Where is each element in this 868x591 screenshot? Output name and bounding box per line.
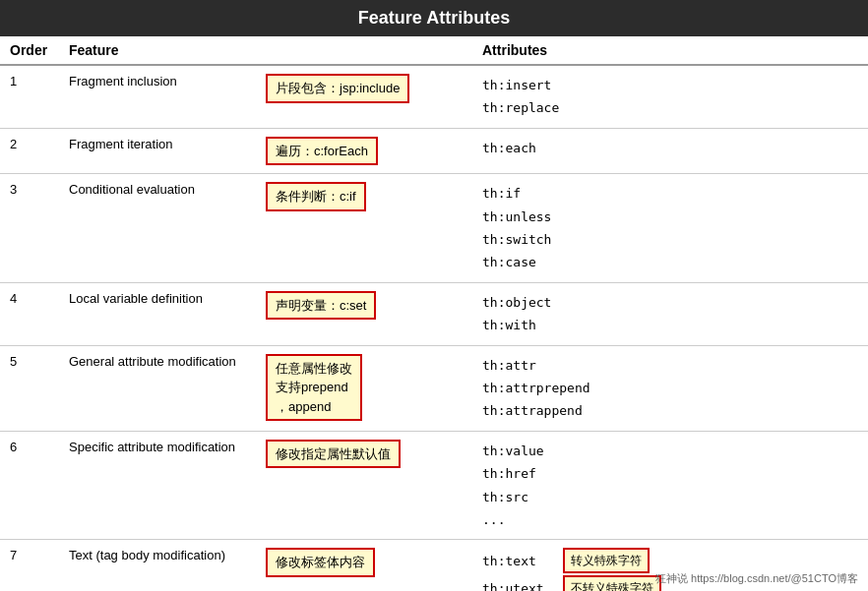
cell-feature: General attribute modification <box>59 345 256 431</box>
attr-value: th:insert <box>482 74 858 96</box>
header-attributes: Attributes <box>472 36 868 65</box>
attr-value: th:attrappend <box>482 399 858 422</box>
attr-value: th:switch <box>482 228 858 251</box>
table-row: 5General attribute modification任意属性修改 支持… <box>0 345 868 431</box>
highlight-box: 任意属性修改 支持prepend ，append <box>266 354 362 422</box>
highlight-box: 修改指定属性默认值 <box>266 440 401 469</box>
watermark: 狂神说 https://blog.csdn.net/@51CTO博客 <box>655 571 858 586</box>
attr-value: th:if <box>482 182 858 205</box>
cell-order: 7 <box>0 540 59 591</box>
cell-feature: Local variable definition <box>59 282 256 345</box>
header-highlight <box>256 36 472 65</box>
table-row: 3Conditional evaluation条件判断：c:ifth:ifth:… <box>0 174 868 283</box>
cell-order: 2 <box>0 128 59 174</box>
feature-attributes-table: Order Feature Attributes 1Fragment inclu… <box>0 36 868 591</box>
cell-attributes: th:objectth:with <box>472 282 868 345</box>
cell-attributes: th:attrth:attrprependth:attrappend <box>472 345 868 431</box>
table-row: 1Fragment inclusion片段包含：jsp:includeth:in… <box>0 65 868 128</box>
attr-value: th:replace <box>482 96 858 119</box>
cell-highlight: 遍历：c:forEach <box>256 128 472 174</box>
note-box: 转义特殊字符 <box>563 548 650 573</box>
attr-value: th:object <box>482 291 858 314</box>
cell-attributes: th:insertth:replace <box>472 65 868 128</box>
cell-order: 6 <box>0 431 59 540</box>
attr-value: th:with <box>482 314 858 336</box>
highlight-box: 声明变量：c:set <box>266 291 376 321</box>
note-box: 不转义特殊字符 <box>563 575 661 591</box>
header-feature: Feature <box>59 36 256 65</box>
cell-feature: Fragment iteration <box>59 128 256 174</box>
highlight-box: 条件判断：c:if <box>266 182 366 211</box>
cell-attributes: th:ifth:unlessth:switchth:case <box>472 174 868 283</box>
attr-value: ... <box>482 508 858 531</box>
cell-order: 4 <box>0 282 59 345</box>
attr-value: th:value <box>482 440 858 462</box>
header-order: Order <box>0 36 59 65</box>
attr-value: th:attrprepend <box>482 377 858 399</box>
cell-highlight: 修改标签体内容 <box>256 540 472 591</box>
cell-order: 3 <box>0 174 59 283</box>
highlight-box: 修改标签体内容 <box>266 548 375 577</box>
attr-value: th:src <box>482 486 858 508</box>
attr-value: th:href <box>482 462 858 485</box>
cell-feature: Conditional evaluation <box>59 174 256 283</box>
table-row: 6Specific attribute modification修改指定属性默认… <box>0 431 868 540</box>
cell-highlight: 片段包含：jsp:include <box>256 65 472 128</box>
attr-value: th:attr <box>482 354 858 377</box>
table-row: 2Fragment iteration遍历：c:forEachth:each <box>0 128 868 174</box>
attr-value: th:unless <box>482 206 858 228</box>
cell-feature: Specific attribute modification <box>59 431 256 540</box>
cell-feature: Fragment inclusion <box>59 65 256 128</box>
attr-value: th:text <box>482 550 551 572</box>
cell-highlight: 声明变量：c:set <box>256 282 472 345</box>
cell-highlight: 修改指定属性默认值 <box>256 431 472 540</box>
cell-order: 5 <box>0 345 59 431</box>
cell-attributes: th:each <box>472 128 868 174</box>
cell-feature: Text (tag body modification) <box>59 540 256 591</box>
highlight-box: 片段包含：jsp:include <box>266 74 409 103</box>
attr-value: th:each <box>482 137 858 159</box>
cell-order: 1 <box>0 65 59 128</box>
page-title: Feature Attributes <box>0 0 868 36</box>
table-header-row: Order Feature Attributes <box>0 36 868 65</box>
table-row: 4Local variable definition声明变量：c:setth:o… <box>0 282 868 345</box>
cell-attributes: th:valueth:hrefth:src... <box>472 431 868 540</box>
cell-highlight: 条件判断：c:if <box>256 174 472 283</box>
attr-value: th:utext <box>482 577 551 591</box>
highlight-box: 遍历：c:forEach <box>266 137 378 166</box>
attr-value: th:case <box>482 251 858 273</box>
cell-highlight: 任意属性修改 支持prepend ，append <box>256 345 472 431</box>
